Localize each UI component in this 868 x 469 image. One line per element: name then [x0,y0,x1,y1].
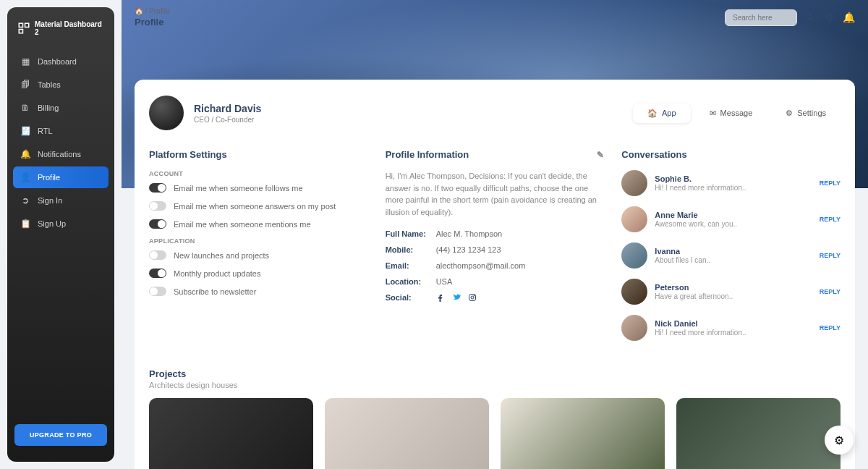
account-icon[interactable] [806,12,816,24]
toggle-follows[interactable] [149,183,166,193]
account-section-label: ACCOUNT [149,170,368,177]
brand-title: Material Dashboard 2 [35,20,104,36]
toggle-updates[interactable] [149,269,166,278]
user-role: CEO / Co-Founder [194,116,261,124]
content-columns: Platform Settings ACCOUNT Email me when … [149,149,841,351]
projects-title: Projects [149,368,841,379]
tables-icon: 🗐 [20,80,30,90]
info-val: (44) 123 1234 123 [436,245,501,254]
edit-icon[interactable]: ✎ [597,150,604,160]
page-title: Profile [135,17,170,28]
svg-point-5 [471,296,474,299]
avatar [621,206,647,232]
mail-icon: ✉ [710,109,716,118]
reply-button[interactable]: REPLY [820,252,841,259]
project-card[interactable] [325,398,489,469]
reply-button[interactable]: REPLY [820,216,841,223]
sidebar-item-billing[interactable]: 🗎Billing [13,97,109,119]
home-icon[interactable]: 🏠 [135,7,143,15]
main-content: 🏠 / Profile Profile ⚙ 🔔 Richard Da [122,0,868,469]
sidebar-footer: UPGRADE TO PRO [7,424,114,453]
instagram-icon[interactable] [468,293,477,304]
signin-icon: ➲ [20,195,30,206]
toggle-row: Subscribe to newsletter [149,287,368,296]
platform-settings-title: Platform Settings [149,149,368,160]
conversation-item: Anne MarieAwesome work, can you..REPLY [621,206,841,232]
sidebar-item-label: Profile [38,173,60,182]
sidebar-item-label: Sign In [38,196,62,205]
svg-rect-2 [19,30,22,33]
conversation-item: IvannaAbout files I can..REPLY [621,242,841,269]
sidebar-item-label: Billing [38,103,59,112]
gear-icon: ⚙ [786,109,793,118]
topbar-actions: ⚙ 🔔 [725,9,855,26]
conversations-title: Conversations [621,149,841,160]
svg-rect-0 [19,23,22,27]
twitter-icon[interactable] [452,293,461,304]
project-card[interactable] [149,398,313,469]
reply-button[interactable]: REPLY [820,288,841,295]
reply-button[interactable]: REPLY [820,179,841,187]
profile-tabs: 🏠App ✉Message ⚙Settings [633,103,841,123]
breadcrumb-current: Profile [149,7,169,15]
toggle-answers[interactable] [149,201,166,211]
user-name: Richard Davis [194,103,261,114]
avatar [621,242,647,269]
sidebar-item-label: Tables [38,80,61,89]
sidebar-item-label: Notifications [38,150,81,159]
avatar [621,315,647,341]
upgrade-button[interactable]: UPGRADE TO PRO [14,424,107,446]
profile-card: Richard Davis CEO / Co-Founder 🏠App ✉Mes… [135,80,855,469]
project-card[interactable] [676,398,841,469]
toggle-newsletter[interactable] [149,287,166,296]
sidebar-item-rtl[interactable]: 🧾RTL [13,120,109,142]
toggle-row: Email me when someone mentions me [149,219,368,229]
dashboard-icon: ▦ [20,56,30,67]
info-key: Mobile: [386,245,436,254]
toggle-row: Email me when someone follows me [149,183,368,193]
reply-button[interactable]: REPLY [820,324,841,331]
avatar [621,170,647,196]
tab-message[interactable]: ✉Message [695,103,767,123]
info-val: USA [436,277,453,286]
topbar: 🏠 / Profile Profile ⚙ 🔔 [122,0,868,35]
sidebar-item-signin[interactable]: ➲Sign In [13,190,109,211]
sidebar-item-notifications[interactable]: 🔔Notifications [13,143,109,165]
person-icon: 👤 [20,172,30,182]
breadcrumb-sep: / [145,7,148,15]
avatar [149,96,184,130]
project-card[interactable] [501,398,665,469]
billing-icon: 🗎 [20,103,30,113]
sidebar-item-label: Dashboard [38,57,77,66]
info-key: Email: [386,261,436,270]
rtl-icon: 🧾 [20,126,30,136]
tab-settings[interactable]: ⚙Settings [771,103,841,123]
sidebar-item-tables[interactable]: 🗐Tables [13,74,109,96]
application-section-label: APPLICATION [149,237,368,245]
gear-icon[interactable]: ⚙ [825,12,834,23]
sidebar-item-label: Sign Up [38,219,66,228]
tab-app[interactable]: 🏠App [633,103,691,123]
toggle-launches[interactable] [149,250,166,260]
brand-logo-icon [17,22,30,35]
bell-icon[interactable]: 🔔 [843,12,855,23]
sidebar-item-signup[interactable]: 📋Sign Up [13,213,109,234]
profile-bio: Hi, I'm Alec Thompson, Decisions: If you… [386,170,605,218]
info-val: Alec M. Thompson [436,229,503,238]
facebook-icon[interactable] [436,293,445,304]
settings-fab[interactable]: ⚙ [825,426,854,455]
sidebar-item-dashboard[interactable]: ▦Dashboard [13,51,109,72]
info-key: Location: [386,277,436,286]
sidebar-item-profile[interactable]: 👤Profile [13,166,109,188]
info-val: alecthompson@mail.com [436,261,526,270]
brand: Material Dashboard 2 [7,16,114,46]
conversations: Conversations Sophie B.Hi! I need more i… [621,149,841,351]
toggle-row: New launches and projects [149,250,368,260]
toggle-mentions[interactable] [149,219,166,229]
sidebar-nav: ▦Dashboard 🗐Tables 🗎Billing 🧾RTL 🔔Notifi… [7,46,114,424]
toggle-row: Email me when someone answers on my post [149,201,368,211]
gear-icon: ⚙ [834,434,844,447]
info-key: Full Name: [386,229,436,238]
breadcrumb: 🏠 / Profile Profile [135,7,170,28]
search-input[interactable] [725,9,797,26]
